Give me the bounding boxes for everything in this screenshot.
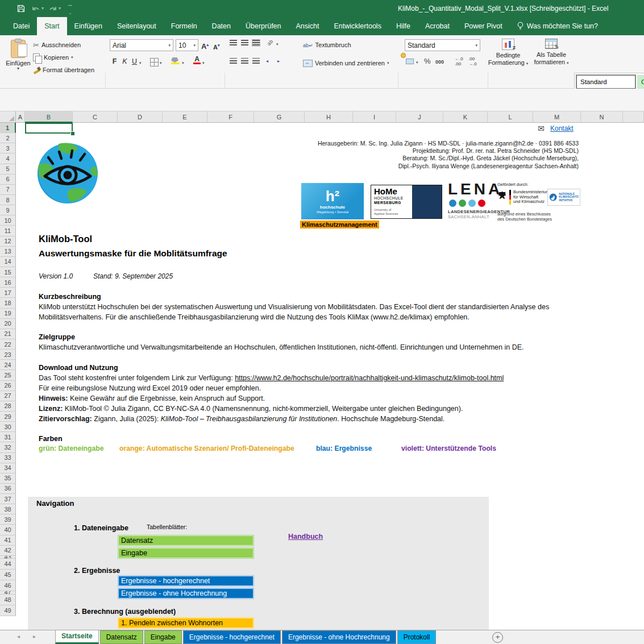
row-header-8[interactable]: 8 (0, 195, 16, 205)
row-header-22[interactable]: 22 (0, 339, 16, 350)
column-header-H[interactable]: H (305, 111, 353, 123)
row-header-24[interactable]: 24 (0, 360, 16, 370)
align-middle-icon[interactable] (241, 40, 248, 46)
ribbon-tab-6[interactable]: Überprüfen (238, 17, 289, 35)
kontakt-link[interactable]: Kontakt (550, 124, 574, 132)
underline-dropdown-icon[interactable]: ▾ (139, 61, 142, 65)
bold-button[interactable]: F (110, 57, 119, 65)
row-header-9[interactable]: 9 (0, 205, 16, 215)
row-header-44[interactable]: 44 (0, 559, 16, 570)
row-header-23[interactable]: 23 (0, 350, 16, 360)
sheet-tab-5[interactable]: Protokoll (397, 630, 437, 644)
fill-handle[interactable] (70, 131, 75, 136)
redo-icon[interactable] (49, 6, 57, 12)
nav-button-1-0[interactable]: Ergebnisse - hochgerechnet (118, 575, 254, 587)
sheet-tab-2[interactable]: Eingabe (144, 630, 182, 644)
handbuch-link[interactable]: Handbuch (288, 533, 323, 541)
ribbon-tab-4[interactable]: Formeln (164, 17, 205, 35)
number-format-select[interactable]: Standard▾ (405, 39, 480, 51)
selected-cell-B1[interactable] (25, 123, 73, 134)
ribbon-tab-3[interactable]: Seitenlayout (110, 17, 164, 35)
column-header-A[interactable]: A (16, 111, 25, 123)
increase-decimal-icon[interactable] (455, 56, 463, 67)
borders-dropdown-icon[interactable]: ▾ (160, 61, 162, 65)
row-header-12[interactable]: 12 (0, 236, 16, 247)
row-header-16[interactable]: 16 (0, 277, 16, 288)
row-header-45[interactable]: 45 (0, 570, 16, 580)
row-header-28[interactable]: 28 (0, 401, 16, 412)
comma-style-button[interactable]: 000 (435, 59, 444, 65)
column-header-I[interactable]: I (353, 111, 396, 123)
column-header-E[interactable]: E (163, 111, 207, 123)
orientation-icon[interactable]: ab (266, 39, 274, 47)
row-header-5[interactable]: 5 (0, 164, 16, 174)
ribbon-tab-9[interactable]: Hilfe (389, 17, 418, 35)
sheet-tab-0[interactable]: Startseite (55, 630, 99, 644)
grow-font-icon[interactable]: A (201, 41, 209, 49)
undo-dropdown-icon[interactable]: ▾ (41, 0, 44, 17)
row-header-25[interactable]: 25 (0, 370, 16, 380)
ribbon-tab-11[interactable]: Power Pivot (457, 17, 510, 35)
tool-download-link[interactable]: https://www.h2.de/hochschule/portrait/na… (235, 374, 504, 382)
nav-button-0-0[interactable]: Datensatz (118, 535, 254, 546)
conditional-formatting-button[interactable]: Bedingte Formatierung ▾ (488, 39, 529, 67)
row-header-38[interactable]: 38 (0, 504, 16, 514)
fill-color-dropdown-icon[interactable]: ▾ (182, 61, 184, 65)
column-header-G[interactable]: G (254, 111, 305, 123)
font-name-select[interactable]: Arial▾ (110, 39, 173, 51)
row-header-18[interactable]: 18 (0, 298, 16, 308)
orientation-dropdown-icon[interactable]: ▾ (276, 42, 279, 47)
row-header-42[interactable]: 42 (0, 546, 16, 556)
row-header-20[interactable]: 20 (0, 319, 16, 329)
merge-center-button[interactable]: Verbinden und zentrieren ▾ (303, 58, 389, 68)
tab-scroll-right-icon[interactable]: ▸ (33, 633, 36, 639)
cell-style-chip-0[interactable]: Standard (576, 75, 635, 89)
ribbon-tab-0[interactable]: Datei (6, 17, 37, 35)
nav-button-2-0[interactable]: 1. Pendeln zwischen Wohnorten (118, 617, 254, 629)
save-icon[interactable] (17, 5, 25, 13)
row-header-14[interactable]: 14 (0, 257, 16, 267)
row-header-4[interactable]: 4 (0, 153, 16, 164)
row-header-48[interactable]: 48 (0, 595, 16, 605)
sheet-tab-3[interactable]: Ergebnisse - hochgerechnet (183, 630, 281, 644)
column-header-J[interactable]: J (396, 111, 443, 123)
row-header-30[interactable]: 30 (0, 422, 16, 432)
format-painter-button[interactable]: Format übertragen (33, 65, 94, 75)
shrink-font-icon[interactable]: A (213, 42, 219, 51)
sheet-tab-1[interactable]: Datensatz (100, 630, 143, 644)
row-header-29[interactable]: 29 (0, 412, 16, 422)
cut-button[interactable]: ✂ Ausschneiden (33, 40, 81, 50)
row-header-19[interactable]: 19 (0, 309, 16, 319)
ribbon-tab-8[interactable]: Entwicklertools (327, 17, 389, 35)
ribbon-tab-7[interactable]: Ansicht (289, 17, 327, 35)
align-left-icon[interactable] (230, 58, 237, 64)
row-header-11[interactable]: 11 (0, 226, 16, 236)
decrease-decimal-icon[interactable] (468, 56, 477, 67)
nav-button-1-1[interactable]: Ergebnisse - ohne Hochrechnung (118, 588, 254, 599)
row-header-41[interactable]: 41 (0, 535, 16, 546)
add-sheet-icon[interactable]: + (492, 632, 503, 643)
column-header-M[interactable]: M (533, 111, 581, 123)
tab-scroll-left-icon[interactable]: ◂ (17, 633, 20, 639)
row-header-17[interactable]: 17 (0, 288, 16, 298)
qat-customize-icon[interactable]: ⌄ (68, 5, 72, 14)
column-header-partial[interactable] (623, 111, 644, 123)
column-header-N[interactable]: N (581, 111, 623, 123)
tell-me-search[interactable]: Was möchten Sie tun? (510, 17, 605, 35)
row-header-32[interactable]: 32 (0, 442, 16, 452)
row-header-36[interactable]: 36 (0, 484, 16, 494)
ribbon-tab-5[interactable]: Daten (205, 17, 238, 35)
column-header-F[interactable]: F (207, 111, 254, 123)
format-as-table-button[interactable]: Als Tabelle formatieren ▾ (530, 39, 573, 67)
font-color-dropdown-icon[interactable]: ▾ (202, 61, 205, 65)
row-header-6[interactable]: 6 (0, 174, 16, 185)
ribbon-tab-2[interactable]: Einfügen (67, 17, 110, 35)
row-header-39[interactable]: 39 (0, 514, 16, 525)
redo-dropdown-icon[interactable]: ▾ (59, 0, 61, 17)
column-header-B[interactable]: B (25, 111, 73, 123)
percent-style-button[interactable]: % (424, 57, 431, 65)
align-top-icon[interactable] (230, 40, 237, 46)
row-header-46[interactable]: 46 (0, 580, 16, 591)
column-header-D[interactable]: D (118, 111, 163, 123)
column-header-C[interactable]: C (73, 111, 118, 123)
